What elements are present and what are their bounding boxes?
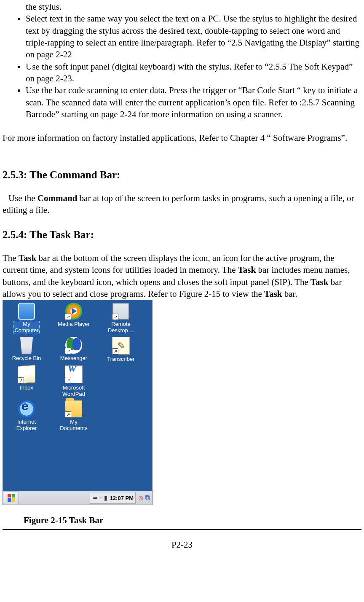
desktop-icon-my-documents[interactable]: ↗ My Documents [50,400,97,434]
desktop-icon-transcriber[interactable]: ↗ Transcriber [97,336,145,365]
desktop-icon-label: Internet Explorer [16,419,37,432]
heading-2-5-4: 2.5.4: The Task Bar: [3,228,361,242]
taskbar-clock[interactable]: 12:07 PM [110,494,134,502]
text-bold: Task [310,277,328,287]
remote-desktop-icon: ↗ [112,303,129,320]
shortcut-arrow-icon: ↗ [65,314,71,320]
bullet-item: Use the soft input panel (digital keyboa… [26,61,361,85]
battery-icon[interactable]: ▮ [104,494,107,502]
paragraph-more-info: For more information on factory installe… [3,132,361,144]
text: bar. [282,289,297,299]
desktop-icon-label: Inbox [19,384,34,392]
inbox-icon: ↗ [18,365,35,384]
shortcut-arrow-icon: ↗ [18,377,24,384]
desktop-icon-label: My Computer [13,321,39,334]
text-bold: Command [37,193,78,203]
bullet-text: Select text in the same way you select t… [26,13,359,59]
my-computer-icon [18,303,35,320]
upload-icon[interactable]: ↑ [99,494,102,502]
network-disabled-icon[interactable]: ⦸ [139,493,143,503]
wordpad-icon: ↗ [65,366,83,383]
taskbar-spacer [20,492,89,503]
desktop-icon-label: Transcriber [106,356,135,363]
desktop-icon-my-computer[interactable]: My Computer [3,302,50,336]
page-number: P2-23 [3,539,361,551]
connection-icon[interactable]: ⬌ [93,494,98,502]
paragraph-task-bar: The Task bar at the bottom of the screen… [3,252,361,300]
bullet-text: Use the soft input panel (digital keyboa… [26,62,353,83]
bullet-partial-line: the stylus. [26,1,361,13]
text: Use the [8,193,37,203]
paragraph-command-bar: Use the Command bar at top of the screen… [3,192,361,216]
shortcut-arrow-icon: ↗ [65,348,71,354]
desktop-icon-label: My Documents [59,419,88,432]
bullet-item: Select text in the same way you select t… [26,13,361,60]
desktop-icon-messenger[interactable]: ↗ Messenger [50,336,97,365]
footer-rule [3,529,361,530]
recycle-bin-icon [18,337,35,354]
media-player-icon: ↗ [65,303,82,320]
desktop-icon-internet-explorer[interactable]: Internet Explorer [3,400,50,434]
desktop-icon-label: Recycle Bin [11,355,42,362]
desktop-icon-label: Remote Desktop ... [107,321,135,334]
desktop-icon-inbox[interactable]: ↗ Inbox [3,365,50,400]
heading-2-5-3: 2.5.3: The Command Bar: [3,168,361,182]
text-bold: Task [238,265,256,275]
transcriber-icon: ↗ [112,337,130,355]
folder-icon: ↗ [65,400,82,417]
internet-explorer-icon [18,400,35,417]
text-bold: Task [264,289,282,299]
desktop-icon-label: Messenger [59,355,88,362]
desktop-icon-media-player[interactable]: ↗ Media Player [50,302,97,336]
figure-caption: Figure 2-15 Task Bar [24,514,361,526]
device-desktop[interactable]: My Computer ↗ Media Player ↗ Remote Desk… [3,300,152,491]
text: The [3,253,19,263]
desktop-icon-label: Media Player [57,321,91,328]
bullet-list: Select text in the same way you select t… [7,13,361,120]
bullet-item: Use the bar code scanning to enter data.… [26,84,361,120]
shortcut-arrow-icon: ↗ [65,411,71,418]
messenger-icon: ↗ [65,337,82,354]
windows-logo-icon [8,494,15,502]
shortcut-arrow-icon: ↗ [112,314,118,320]
desktop-icon-recycle-bin[interactable]: Recycle Bin [3,336,50,365]
start-button[interactable] [4,492,19,504]
desktop-icon-wordpad[interactable]: ↗ Microsoft WordPad [50,365,97,400]
bullet-text: Use the bar code scanning to enter data.… [26,85,358,119]
system-tray[interactable]: ⬌ ↑ ▮ 12:07 PM [90,492,136,504]
text-bold: Task [19,253,36,263]
device-screenshot: My Computer ↗ Media Player ↗ Remote Desk… [3,300,153,505]
shortcut-arrow-icon: ↗ [65,377,71,383]
shortcut-arrow-icon: ↗ [112,348,118,355]
desktop-icon-label: Microsoft WordPad [62,384,86,398]
device-taskbar: ⬌ ↑ ▮ 12:07 PM ⦸ ⧉ [3,491,152,505]
show-desktop-icon[interactable]: ⧉ [145,493,150,503]
desktop-icon-remote-desktop[interactable]: ↗ Remote Desktop ... [97,302,145,336]
